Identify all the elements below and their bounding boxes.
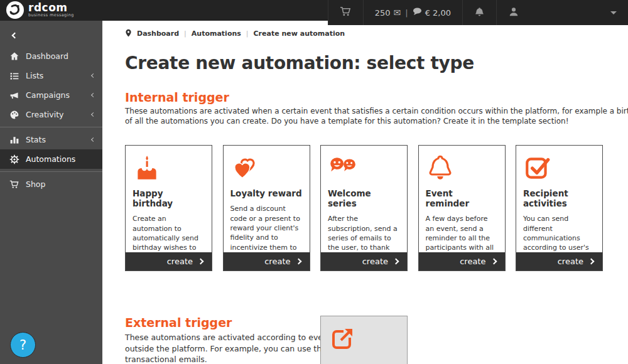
user-menu[interactable] bbox=[496, 0, 628, 25]
chevron-right-icon bbox=[490, 259, 497, 265]
help-button[interactable]: ? bbox=[10, 332, 36, 358]
chevron-right-icon bbox=[588, 259, 595, 265]
page-title: Create new automation: select type bbox=[125, 53, 628, 73]
chevron-right-icon bbox=[393, 259, 399, 265]
logo-subtitle: business messaging bbox=[28, 13, 74, 18]
internal-trigger-heading: Internal trigger bbox=[125, 90, 628, 104]
sidebar-item-label: Automations bbox=[26, 154, 95, 164]
card-loyalty-reward[interactable]: Loyalty reward Send a discount code or a… bbox=[223, 145, 310, 271]
create-button[interactable]: create bbox=[224, 252, 310, 270]
chevron-down-icon bbox=[610, 11, 617, 14]
card-recipient-activities[interactable]: Recipient activities You can send differ… bbox=[516, 145, 603, 271]
notifications-button[interactable] bbox=[462, 0, 496, 25]
user-icon bbox=[508, 6, 519, 19]
location-pin-icon bbox=[125, 29, 132, 38]
sidebar-item-label: Campaigns bbox=[26, 90, 85, 100]
credits-separator: | bbox=[404, 8, 409, 18]
card-description: Create an automation to automatically se… bbox=[133, 214, 205, 252]
sidebar-item-campaigns[interactable]: Campaigns bbox=[0, 85, 102, 105]
hearts-icon bbox=[230, 153, 303, 182]
sidebar-item-automations[interactable]: Automations bbox=[0, 149, 102, 169]
card-title: Happy birthday bbox=[133, 188, 205, 208]
card-welcome-series[interactable]: Welcome series After the subscription, s… bbox=[320, 145, 408, 271]
create-button[interactable]: create bbox=[321, 252, 407, 270]
cart-button[interactable] bbox=[328, 0, 363, 25]
breadcrumb-separator: | bbox=[184, 29, 187, 38]
internal-trigger-description: These automations are activated when a c… bbox=[125, 107, 628, 126]
chevron-collapsed-icon bbox=[91, 93, 95, 97]
speech-bubble-icon bbox=[413, 8, 422, 18]
sidebar-item-shop[interactable]: Shop bbox=[0, 174, 102, 194]
question-mark-icon: ? bbox=[19, 338, 26, 353]
card-event-reminder[interactable]: Event reminder A few days before an even… bbox=[418, 145, 506, 271]
internal-trigger-cards: Happy birthday Create an automation to a… bbox=[125, 145, 628, 271]
sidebar: Dashboard Lists Campaigns Creativity Sta… bbox=[0, 21, 102, 364]
card-description: You can send different communications ac… bbox=[523, 214, 595, 252]
external-trigger-heading: External trigger bbox=[125, 316, 320, 329]
card-title: Welcome series bbox=[328, 188, 400, 208]
card-description: After the subscription, send a series of… bbox=[328, 214, 400, 252]
external-trigger-description: These automations are activated accordin… bbox=[125, 333, 320, 364]
main-content: Dashboard | Automations | Create new aut… bbox=[102, 21, 628, 364]
sidebar-item-label: Shop bbox=[26, 179, 95, 189]
cart-icon bbox=[340, 6, 352, 19]
card-description: A few days before an event, send a remin… bbox=[426, 214, 498, 252]
card-happy-birthday[interactable]: Happy birthday Create an automation to a… bbox=[125, 145, 212, 271]
chevron-collapsed-icon bbox=[91, 112, 95, 117]
external-trigger-section: External trigger These automations are a… bbox=[125, 316, 628, 364]
create-button[interactable]: create bbox=[419, 252, 505, 270]
rdcom-logo[interactable]: rdcom business messaging bbox=[6, 1, 74, 19]
card-title: Loyalty reward bbox=[230, 188, 303, 198]
envelope-icon: ✉ bbox=[394, 8, 401, 18]
megaphone-icon bbox=[9, 90, 19, 100]
sidebar-item-label: Dashboard bbox=[26, 51, 95, 61]
card-title: Recipient activities bbox=[523, 188, 595, 208]
sidebar-collapse-button[interactable] bbox=[0, 21, 102, 46]
breadcrumb-automations[interactable]: Automations bbox=[192, 29, 241, 38]
chevron-right-icon bbox=[295, 259, 301, 265]
palette-icon bbox=[9, 110, 19, 120]
breadcrumb: Dashboard | Automations | Create new aut… bbox=[125, 29, 628, 38]
sidebar-item-stats[interactable]: Stats bbox=[0, 130, 102, 149]
breadcrumb-dashboard[interactable]: Dashboard bbox=[137, 29, 179, 38]
sidebar-divider bbox=[0, 127, 102, 127]
checkbox-check-icon bbox=[523, 153, 595, 182]
bar-chart-icon bbox=[9, 135, 19, 145]
cart-icon bbox=[9, 179, 19, 190]
gear-icon bbox=[9, 154, 19, 164]
external-link-icon bbox=[328, 325, 399, 355]
bell-icon bbox=[474, 6, 485, 19]
chevron-collapsed-icon bbox=[91, 73, 95, 78]
chat-smileys-icon bbox=[328, 153, 400, 182]
sidebar-item-lists[interactable]: Lists bbox=[0, 66, 102, 85]
card-title: Event reminder bbox=[426, 188, 498, 208]
balance-amount: € 2,00 bbox=[425, 8, 451, 18]
top-bar: rdcom business messaging 250 ✉ | € 2,00 bbox=[0, 0, 628, 21]
card-description: Send a discount code or a present to rew… bbox=[230, 204, 303, 252]
create-button[interactable]: create bbox=[516, 252, 602, 270]
home-icon bbox=[9, 51, 19, 62]
sidebar-item-label: Lists bbox=[26, 71, 85, 80]
credits-count: 250 bbox=[375, 8, 391, 18]
birthday-cake-icon bbox=[133, 153, 205, 182]
chevron-right-icon bbox=[198, 259, 204, 265]
credits-balance[interactable]: 250 ✉ | € 2,00 bbox=[363, 0, 462, 25]
bell-outline-icon bbox=[426, 153, 498, 182]
sidebar-item-label: Stats bbox=[26, 135, 85, 144]
breadcrumb-separator: | bbox=[246, 29, 249, 38]
card-external-trigger[interactable]: External trigger Create an automation bbox=[320, 316, 408, 364]
sidebar-item-label: Creativity bbox=[26, 110, 85, 119]
create-button[interactable]: create bbox=[126, 252, 212, 270]
rdcom-logo-icon bbox=[6, 1, 24, 19]
logo-brand-text: rdcom bbox=[28, 3, 74, 13]
breadcrumb-current: Create new automation bbox=[254, 29, 345, 38]
sidebar-divider bbox=[0, 171, 102, 172]
chevron-collapsed-icon bbox=[91, 137, 95, 142]
sidebar-item-dashboard[interactable]: Dashboard bbox=[0, 46, 102, 66]
list-icon bbox=[9, 71, 19, 81]
sidebar-item-creativity[interactable]: Creativity bbox=[0, 105, 102, 124]
chevron-left-icon bbox=[12, 33, 18, 39]
